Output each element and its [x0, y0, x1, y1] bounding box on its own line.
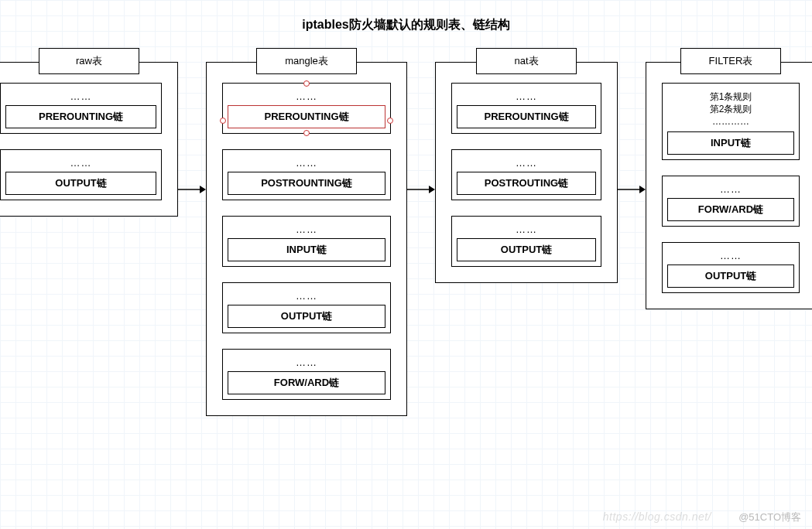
- chain-name: FORW/ARD链: [667, 198, 794, 221]
- chain-name: PREROUNTING链: [457, 105, 596, 128]
- chain-nat-prerouting: …… PREROUNTING链: [451, 83, 601, 134]
- svg-marker-1: [200, 186, 206, 193]
- chain-name: POSTROUNTING链: [228, 172, 385, 195]
- table-raw-label: raw表: [39, 48, 139, 74]
- table-filter: FILTER表 第1条规则 第2条规则 ………… INPUT链 …… FORW/…: [646, 48, 812, 309]
- table-nat-panel: …… PREROUNTING链 …… POSTROUTING链 …… OUTPU…: [435, 62, 618, 283]
- table-nat: nat表 …… PREROUNTING链 …… POSTROUTING链 …… …: [435, 48, 618, 283]
- chain-mangle-input: …… INPUT链: [222, 216, 391, 267]
- chain-filter-output: …… OUTPUT链: [662, 242, 800, 293]
- rule-line: …………: [712, 115, 749, 128]
- table-raw-panel: …… PREROUNTING链 …… OUTPUT链: [0, 62, 178, 217]
- chain-dots: ……: [296, 224, 317, 235]
- arrow-icon: [407, 183, 435, 196]
- chain-name: INPUT链: [667, 131, 794, 155]
- chain-mangle-postrouting: …… POSTROUNTING链: [222, 149, 391, 200]
- chain-dots: ……: [296, 290, 317, 302]
- tables-row: raw表 …… PREROUNTING链 …… OUTPUT链 mangle表 …: [0, 48, 812, 416]
- diagram-title: iptables防火墙默认的规则表、链结构: [0, 17, 812, 33]
- table-mangle-panel: …… PREROUNTING链 …… POSTROUNTING链 …… INPU…: [206, 62, 407, 416]
- chain-name: OUTPUT链: [667, 264, 794, 288]
- table-mangle: mangle表 …… PREROUNTING链 …… POSTROUNTING链…: [206, 48, 407, 416]
- chain-dots: ……: [516, 90, 537, 102]
- chain-name: OUTPUT链: [228, 305, 385, 328]
- chain-mangle-forward: …… FORW/ARD链: [222, 349, 391, 400]
- table-filter-label: FILTER表: [680, 48, 781, 74]
- rule-line: 第2条规则: [710, 103, 752, 115]
- chain-name: OUTPUT链: [457, 238, 596, 261]
- chain-name: OUTPUT链: [5, 172, 156, 195]
- chain-dots: ……: [516, 157, 537, 169]
- chain-dots: ……: [720, 183, 742, 195]
- table-nat-label: nat表: [476, 48, 577, 74]
- chain-filter-forward: …… FORW/ARD链: [662, 176, 800, 227]
- chain-dots: ……: [296, 157, 317, 169]
- watermark-51cto: @51CTO博客: [738, 510, 801, 524]
- chain-rules-list: 第1条规则 第2条规则 …………: [710, 90, 752, 128]
- arrow-icon: [618, 183, 646, 196]
- chain-filter-input: 第1条规则 第2条规则 ………… INPUT链: [662, 83, 800, 160]
- watermark-csdn: https://blog.csdn.net/: [603, 510, 711, 523]
- svg-marker-3: [429, 186, 435, 193]
- chain-dots: ……: [720, 250, 742, 261]
- arrow-icon: [178, 183, 206, 196]
- chain-nat-postrouting: …… POSTROUTING链: [451, 149, 601, 200]
- chain-dots: ……: [70, 90, 92, 102]
- chain-dots: ……: [296, 357, 317, 368]
- chain-name: INPUT链: [228, 238, 385, 261]
- chain-dots: ……: [296, 90, 317, 102]
- chain-name: PREROUNTING链: [228, 105, 385, 128]
- table-raw: raw表 …… PREROUNTING链 …… OUTPUT链: [0, 48, 178, 217]
- chain-dots: ……: [516, 224, 537, 235]
- rule-line: 第1条规则: [710, 90, 752, 103]
- chain-name: PREROUNTING链: [5, 105, 156, 128]
- chain-dots: ……: [70, 157, 92, 169]
- chain-name: FORW/ARD链: [228, 371, 385, 394]
- chain-raw-prerouting: …… PREROUNTING链: [0, 83, 162, 134]
- svg-marker-5: [639, 186, 646, 193]
- chain-mangle-output: …… OUTPUT链: [222, 282, 391, 333]
- chain-name: POSTROUTING链: [457, 172, 596, 195]
- chain-nat-output: …… OUTPUT链: [451, 216, 601, 267]
- chain-mangle-prerouting[interactable]: …… PREROUNTING链: [222, 83, 391, 134]
- table-filter-panel: 第1条规则 第2条规则 ………… INPUT链 …… FORW/ARD链 …… …: [646, 62, 812, 309]
- table-mangle-label: mangle表: [256, 48, 357, 74]
- chain-raw-output: …… OUTPUT链: [0, 149, 162, 200]
